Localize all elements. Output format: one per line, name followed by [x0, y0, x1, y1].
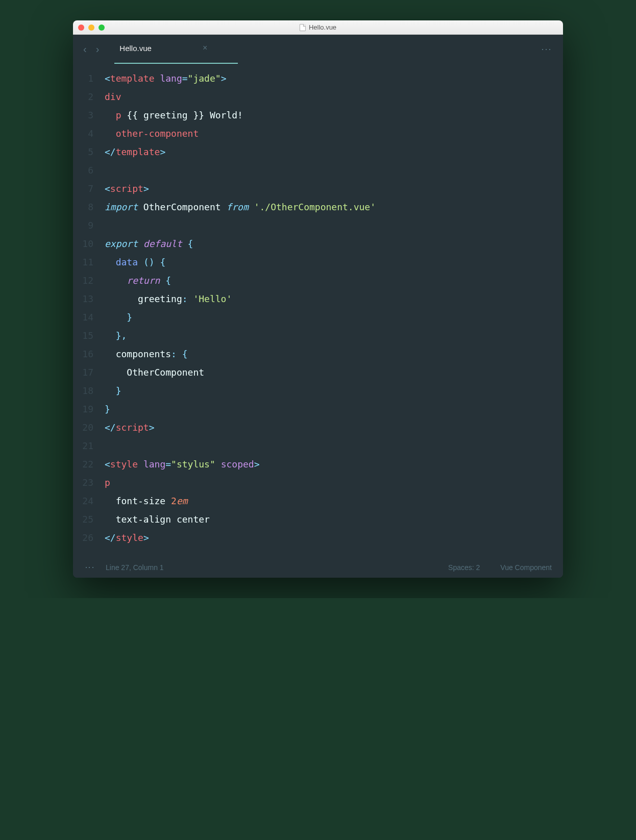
nav-forward-button[interactable]: ›	[96, 43, 100, 55]
minimize-window-button[interactable]	[88, 24, 94, 31]
line-number: 1	[73, 69, 93, 88]
line-number: 21	[73, 437, 93, 455]
code-line[interactable]: <style lang="stylus" scoped>	[105, 455, 553, 474]
code-line[interactable]: export default {	[105, 235, 553, 253]
line-number: 6	[73, 161, 93, 180]
line-number: 17	[73, 363, 93, 382]
file-icon	[300, 24, 306, 31]
code-line[interactable]	[105, 161, 553, 180]
line-number: 11	[73, 253, 93, 271]
indentation-setting[interactable]: Spaces: 2	[448, 563, 480, 572]
window-title: Hello.vue	[300, 23, 336, 31]
line-number: 26	[73, 529, 93, 547]
code-line[interactable]: p {{ greeting }} World!	[105, 106, 553, 125]
tab-close-button[interactable]: ×	[203, 43, 207, 53]
line-number: 9	[73, 216, 93, 235]
line-number: 12	[73, 271, 93, 290]
code-line[interactable]: text-align center	[105, 510, 553, 529]
close-window-button[interactable]	[78, 24, 84, 31]
line-number: 7	[73, 180, 93, 198]
line-number: 16	[73, 345, 93, 363]
line-number: 22	[73, 455, 93, 474]
line-number: 25	[73, 510, 93, 529]
code-editor[interactable]: 1234567891011121314151617181920212223242…	[73, 63, 563, 557]
line-number-gutter: 1234567891011121314151617181920212223242…	[73, 69, 105, 547]
syntax-mode[interactable]: Vue Component	[500, 563, 552, 572]
code-line[interactable]: </style>	[105, 529, 553, 547]
code-line[interactable]: data () {	[105, 253, 553, 271]
tab-hello-vue[interactable]: Hello.vue ×	[119, 43, 207, 55]
line-number: 15	[73, 327, 93, 345]
line-number: 8	[73, 198, 93, 216]
tab-active-indicator	[114, 63, 238, 64]
line-number: 19	[73, 400, 93, 418]
status-more-button[interactable]: ⋮	[84, 563, 95, 572]
window-title-text: Hello.vue	[309, 23, 336, 31]
line-number: 2	[73, 88, 93, 106]
tab-label: Hello.vue	[119, 44, 152, 53]
tab-bar: ‹ › Hello.vue × ⋮	[73, 35, 563, 63]
code-line[interactable]: }	[105, 308, 553, 327]
code-line[interactable]: OtherComponent	[105, 363, 553, 382]
editor-window: Hello.vue ‹ › Hello.vue × ⋮ 123456789101…	[73, 20, 563, 578]
code-line[interactable]: return {	[105, 271, 553, 290]
code-line[interactable]: div	[105, 88, 553, 106]
maximize-window-button[interactable]	[99, 24, 105, 31]
line-number: 10	[73, 235, 93, 253]
code-line[interactable]: }	[105, 382, 553, 400]
code-line[interactable]: <script>	[105, 180, 553, 198]
line-number: 24	[73, 492, 93, 510]
code-line[interactable]: import OtherComponent from './OtherCompo…	[105, 198, 553, 216]
code-content[interactable]: <template lang="jade">div p {{ greeting …	[105, 69, 563, 547]
code-line[interactable]: <template lang="jade">	[105, 69, 553, 88]
traffic-lights	[78, 24, 105, 31]
line-number: 3	[73, 106, 93, 125]
code-line[interactable]: other-component	[105, 125, 553, 143]
line-number: 23	[73, 474, 93, 492]
code-line[interactable]	[105, 437, 553, 455]
code-line[interactable]: },	[105, 327, 553, 345]
status-bar: ⋮ Line 27, Column 1 Spaces: 2 Vue Compon…	[73, 557, 563, 578]
line-number: 4	[73, 125, 93, 143]
code-line[interactable]: components: {	[105, 345, 553, 363]
line-number: 14	[73, 308, 93, 327]
code-line[interactable]: font-size 2em	[105, 492, 553, 510]
code-line[interactable]: p	[105, 474, 553, 492]
line-number: 13	[73, 290, 93, 308]
more-menu-button[interactable]: ⋮	[541, 44, 553, 54]
line-number: 20	[73, 418, 93, 437]
code-line[interactable]: </template>	[105, 143, 553, 161]
titlebar: Hello.vue	[73, 20, 563, 35]
nav-back-button[interactable]: ‹	[83, 43, 87, 55]
line-number: 5	[73, 143, 93, 161]
code-line[interactable]: </script>	[105, 418, 553, 437]
code-line[interactable]	[105, 216, 553, 235]
code-line[interactable]: }	[105, 400, 553, 418]
code-line[interactable]: greeting: 'Hello'	[105, 290, 553, 308]
cursor-position[interactable]: Line 27, Column 1	[106, 563, 164, 572]
line-number: 18	[73, 382, 93, 400]
